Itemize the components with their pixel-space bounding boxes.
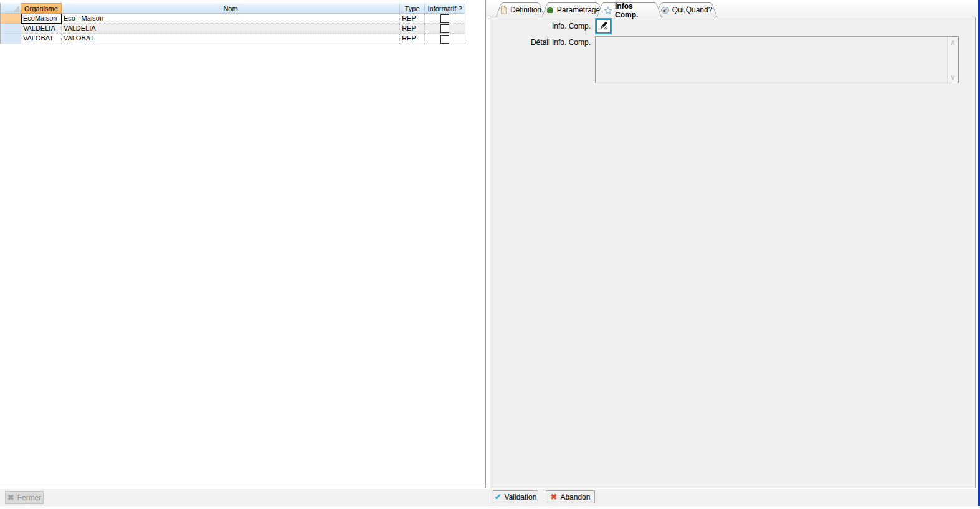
table-row[interactable]: VALOBAT VALOBAT REP [1, 34, 465, 44]
table-row[interactable]: VALDELIA VALDELIA REP [1, 24, 465, 34]
infos-comp-tab-pane [490, 17, 976, 488]
detail-info-comp-value [596, 37, 948, 83]
row-selector-header[interactable] [1, 3, 21, 14]
clock-icon [660, 6, 670, 14]
cell-type[interactable]: REP [400, 14, 425, 24]
row-selector-cell[interactable] [1, 24, 21, 34]
column-header-nom[interactable]: Nom [62, 3, 400, 14]
tab-qui-quand[interactable]: Qui,Quand? [662, 2, 710, 17]
row-selector-cell[interactable] [1, 34, 21, 44]
cell-organisme[interactable]: VALDELIA [21, 24, 62, 34]
tools-icon [546, 6, 554, 14]
select-all-triangle-icon [13, 6, 19, 12]
cell-informatif [425, 14, 465, 24]
star-icon [604, 6, 612, 15]
detail-info-comp-textarea[interactable]: ∧ ∨ [595, 36, 959, 83]
cell-type[interactable]: REP [400, 34, 425, 44]
column-header-organisme[interactable]: Organisme [21, 3, 62, 14]
info-comp-edit-button[interactable] [595, 18, 612, 34]
column-header-informatif[interactable]: Informatif ? [425, 3, 465, 14]
cell-type[interactable]: REP [400, 24, 425, 34]
informatif-checkbox[interactable] [440, 35, 449, 44]
tab-label: Définition [510, 6, 541, 14]
document-icon [499, 6, 508, 14]
table-header-row: Organisme Nom Type Informatif ? [1, 3, 465, 14]
organismes-list-panel: Organisme Nom Type Informatif ? EcoMaiso… [0, 0, 486, 488]
tab-infos-comp[interactable]: Infos Comp. [604, 2, 655, 17]
scroll-down-icon[interactable]: ∨ [948, 72, 958, 82]
cell-informatif [425, 24, 465, 34]
column-header-type[interactable]: Type [400, 3, 425, 14]
table-row[interactable]: EcoMaison Eco - Maison REP [1, 14, 465, 24]
cell-informatif [425, 34, 465, 44]
cell-nom[interactable]: Eco - Maison [62, 14, 400, 24]
organismes-table: Organisme Nom Type Informatif ? EcoMaiso… [0, 3, 465, 44]
edit-pen-icon [598, 20, 609, 32]
window-right-edge [978, 0, 980, 506]
tab-label: Infos Comp. [615, 2, 655, 19]
cell-organisme[interactable]: EcoMaison [21, 14, 62, 24]
abandon-label: Abandon [560, 493, 590, 502]
cell-nom[interactable]: VALOBAT [62, 34, 400, 44]
footer-bar: ✖ Fermer ✔ Validation ✖ Abandon [0, 489, 978, 505]
informatif-checkbox[interactable] [440, 24, 449, 33]
fermer-label: Fermer [17, 493, 42, 502]
tab-label: Qui,Quand? [672, 6, 713, 14]
cell-nom[interactable]: VALDELIA [62, 24, 400, 34]
informatif-checkbox[interactable] [440, 14, 449, 23]
tab-definition[interactable]: Définition [503, 2, 538, 17]
window-bottom-edge [0, 505, 980, 509]
vertical-scrollbar[interactable]: ∧ ∨ [947, 37, 958, 83]
abandon-button[interactable]: ✖ Abandon [546, 490, 595, 503]
close-x-icon: ✖ [7, 493, 14, 502]
info-comp-label: Info. Comp. [497, 22, 591, 31]
cancel-x-icon: ✖ [551, 492, 558, 502]
tab-label: Paramétrage [557, 6, 600, 14]
row-selector-cell[interactable] [1, 14, 21, 24]
fermer-button[interactable]: ✖ Fermer [5, 491, 44, 504]
tab-parametrage[interactable]: Paramétrage [549, 2, 597, 17]
scroll-up-icon[interactable]: ∧ [948, 37, 958, 47]
check-icon: ✔ [495, 492, 502, 502]
cell-organisme[interactable]: VALOBAT [21, 34, 62, 44]
validation-label: Validation [505, 493, 537, 502]
validation-button[interactable]: ✔ Validation [493, 490, 538, 503]
detail-info-comp-label: Détail Info. Comp. [492, 38, 591, 47]
